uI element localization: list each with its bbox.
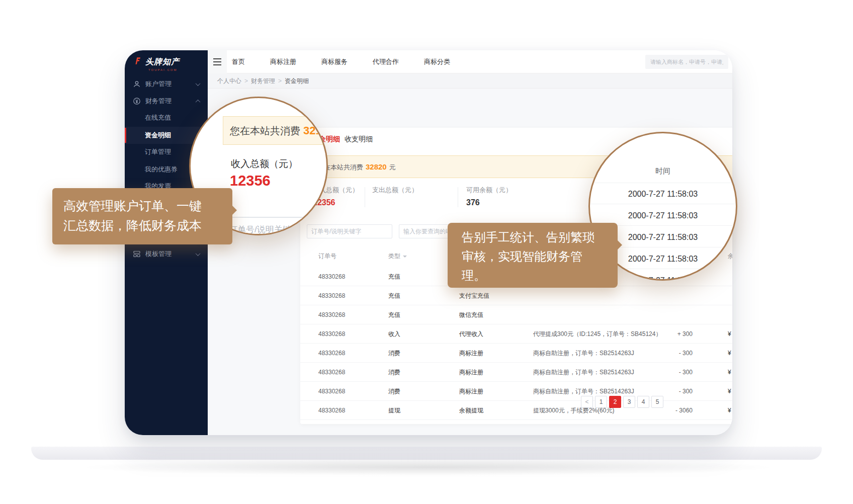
row-divider xyxy=(590,204,736,204)
tab-income-expense-detail[interactable]: 收支明细 xyxy=(345,135,373,144)
top-navbar: 首页 商标注册 商标服务 代理合作 商标分类 xyxy=(208,50,732,73)
pagination-page-1[interactable]: 1 xyxy=(595,396,607,408)
cell-type: 收入 xyxy=(388,324,400,344)
magnified-time-value: 2000-7-27 11:58:03 xyxy=(590,190,736,199)
pagination-page-3[interactable]: 3 xyxy=(623,396,635,408)
cell-amount: - 300 xyxy=(652,363,693,382)
breadcrumb-part[interactable]: 个人中心 xyxy=(217,77,241,85)
cell-order: 48330268 xyxy=(318,344,345,363)
magnified-income-label: 收入总额（元） xyxy=(231,157,298,171)
cell-project: 商标注册 xyxy=(459,382,483,401)
cell-order: 48330268 xyxy=(318,286,345,305)
cell-desc: 商标自助注册，订单号：SB2514263J xyxy=(533,363,634,382)
stat-balance-label: 可用余额（元） xyxy=(466,186,512,195)
stat-divider xyxy=(365,187,365,207)
nav-tabs: 首页 商标注册 商标服务 代理合作 商标分类 xyxy=(232,50,450,73)
table-row: 48330268 充值 微信充值 2000-7-27 11:58:03 xyxy=(300,305,732,324)
laptop-base xyxy=(31,447,822,460)
table-row: 48330268 消费 商标注册 商标自助注册，订单号：SB2514263J -… xyxy=(300,344,732,363)
sidebar-item-label: 账户管理 xyxy=(145,79,172,89)
nav-tab-category[interactable]: 商标分类 xyxy=(424,57,450,66)
breadcrumb-separator: > xyxy=(278,77,282,85)
chevron-down-icon xyxy=(196,81,201,86)
cell-type: 提现 xyxy=(388,401,400,420)
cell-project: 微信充值 xyxy=(459,305,483,324)
cell-amount: - 300 xyxy=(652,344,693,363)
hamburger-menu-icon[interactable] xyxy=(208,50,227,73)
callout-line: 告别手工统计、告别繁琐 xyxy=(462,228,618,247)
nav-tab-home[interactable]: 首页 xyxy=(232,57,245,66)
nav-tab-services[interactable]: 商标服务 xyxy=(321,57,348,66)
cell-type: 消费 xyxy=(388,344,400,363)
cell-type: 充值 xyxy=(388,267,400,286)
magnified-time-header: 时间 xyxy=(590,166,736,176)
cell-balance: ¥ 12231 xyxy=(728,324,732,344)
breadcrumb-current: 资金明细 xyxy=(285,77,309,85)
stat-income-value: 12356 xyxy=(313,198,359,207)
header-type[interactable]: 类型 xyxy=(388,251,407,261)
sort-caret-icon xyxy=(403,256,407,260)
finance-icon xyxy=(133,97,141,105)
cell-type: 充值 xyxy=(388,286,400,305)
cell-order: 48330268 xyxy=(318,363,345,382)
sidebar-item-account[interactable]: 账户管理 xyxy=(125,75,208,93)
brand-flag-icon xyxy=(134,57,142,65)
sidebar-item-label: 模板管理 xyxy=(145,249,172,259)
stat-expense: 支出总额（元） xyxy=(372,186,418,198)
brand-name: 头牌知产 xyxy=(145,57,180,67)
nav-tab-agency[interactable]: 代理合作 xyxy=(373,57,399,66)
pagination-prev-button[interactable]: < xyxy=(581,396,593,408)
callout-line: 理。 xyxy=(462,266,618,285)
cell-balance: ¥ 12231 xyxy=(728,344,732,363)
sidebar-item-label: 订单管理 xyxy=(145,147,171,156)
cell-balance: ¥ 12231 xyxy=(728,363,732,382)
pagination-page-5[interactable]: 5 xyxy=(651,396,663,408)
laptop-shadow xyxy=(75,459,780,476)
nav-tab-register[interactable]: 商标注册 xyxy=(270,57,296,66)
table-row: 48330268 消费 商标注册 商标自助注册，订单号：SB2514263J -… xyxy=(300,363,732,382)
cell-project: 代理收入 xyxy=(459,324,483,344)
sidebar-item-label: 在线充值 xyxy=(145,113,171,122)
header-order: 订单号 xyxy=(318,251,336,261)
stat-expense-label: 支出总额（元） xyxy=(372,186,418,195)
callout-line: 审核，实现智能财务管 xyxy=(462,247,618,266)
cell-project: 余额提现 xyxy=(459,401,483,420)
cell-order: 48330268 xyxy=(318,305,345,324)
magnified-income-value: 12356 xyxy=(230,173,271,189)
row-divider xyxy=(590,183,736,183)
cell-project: 支付宝充值 xyxy=(459,286,489,305)
header-balance: 余额 xyxy=(728,251,732,261)
cell-desc: 代理提成300元（ID:1245，订单号：SB45124） xyxy=(533,324,661,344)
keyword-filter-box xyxy=(307,224,392,238)
sidebar-item-label: 我的优惠券 xyxy=(145,165,178,174)
trademark-search-input[interactable] xyxy=(645,55,728,69)
callout-right: 告别手工统计、告别繁琐 审核，实现智能财务管 理。 xyxy=(448,223,618,288)
stat-balance: 可用余额（元） 376 xyxy=(466,186,512,207)
cell-order: 48330268 xyxy=(318,401,345,420)
pagination-page-4[interactable]: 4 xyxy=(637,396,649,408)
callout-line: 汇总数据，降低财务成本 xyxy=(63,216,232,235)
pagination-page-2[interactable]: 2 xyxy=(609,396,621,408)
cell-type: 消费 xyxy=(388,382,400,401)
page: 头牌知产 TOUPAI.COM 账户管理 财务管理 在线充值 xyxy=(0,0,853,504)
pagination: < 1 2 3 4 5 xyxy=(581,396,663,408)
keyword-filter-input[interactable] xyxy=(307,225,392,238)
table-row: 48330268 充值 支付宝充值 2000-7-27 11:58:03 xyxy=(300,286,732,305)
table-row: 48330268 收入 代理收入 代理提成300元（ID:1245，订单号：SB… xyxy=(300,324,732,344)
sidebar-item-online-recharge[interactable]: 在线充值 xyxy=(125,109,208,126)
breadcrumb: 个人中心>财务管理>资金明细 xyxy=(208,73,732,89)
sidebar-item-templates[interactable]: 模板管理 xyxy=(125,245,208,263)
cell-balance: ¥ 12231 xyxy=(728,401,732,420)
user-icon xyxy=(133,80,141,88)
sidebar-item-finance[interactable]: 财务管理 xyxy=(125,93,208,110)
sidebar-item-label: 资金明细 xyxy=(145,131,171,140)
callout-left: 高效管理账户订单、一键 汇总数据，降低财务成本 xyxy=(52,188,232,244)
breadcrumb-part[interactable]: 财务管理 xyxy=(251,77,275,85)
brand-tagline: TOUPAI.COM xyxy=(148,68,177,71)
cell-type: 充值 xyxy=(388,305,400,324)
template-icon xyxy=(133,250,141,258)
cell-desc: 商标自助注册，订单号：SB2514263J xyxy=(533,344,634,363)
magnified-time-value: 2000-7-27 11:58:03 xyxy=(590,211,736,220)
stat-balance-value: 376 xyxy=(466,198,512,207)
table-row: 48330268 消费 商标注册 商标自助注册，订单号：SB2514263J -… xyxy=(300,382,732,401)
